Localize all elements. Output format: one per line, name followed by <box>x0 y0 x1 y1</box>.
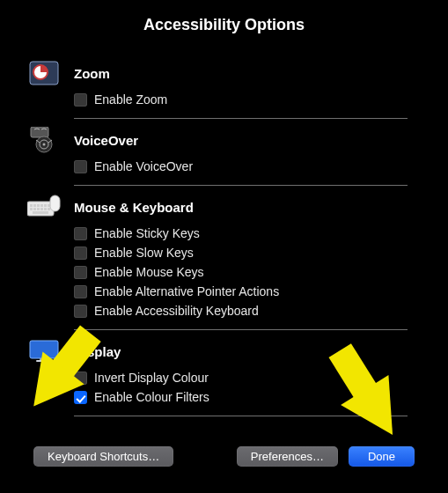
display-icon <box>26 337 62 365</box>
label-accessibility-keyboard: Enable Accessibility Keyboard <box>94 304 259 318</box>
svg-rect-21 <box>50 195 60 211</box>
section-display: Display Invert Display Colour Enable Col… <box>14 337 434 416</box>
label-slow-keys: Enable Slow Keys <box>94 246 194 260</box>
label-colour-filters: Enable Colour Filters <box>94 390 209 404</box>
option-alt-pointer: Enable Alternative Pointer Actions <box>74 282 408 301</box>
keyboard-shortcuts-button[interactable]: Keyboard Shortcuts… <box>33 446 173 467</box>
svg-rect-16 <box>37 208 40 210</box>
voiceover-icon <box>26 126 62 154</box>
checkbox-invert-colour[interactable] <box>74 372 87 385</box>
svg-point-6 <box>43 143 46 146</box>
option-accessibility-keyboard: Enable Accessibility Keyboard <box>74 301 408 320</box>
checkbox-sticky-keys[interactable] <box>74 227 87 240</box>
svg-rect-15 <box>33 208 36 210</box>
svg-rect-11 <box>40 204 43 207</box>
mouse-keyboard-icon <box>26 193 62 221</box>
svg-rect-23 <box>40 358 48 360</box>
label-mouse-keys: Enable Mouse Keys <box>94 265 204 279</box>
section-display-title: Display <box>74 344 121 359</box>
option-slow-keys: Enable Slow Keys <box>74 243 408 262</box>
checkbox-enable-zoom[interactable] <box>74 93 87 107</box>
svg-rect-8 <box>30 204 33 207</box>
option-invert-colour: Invert Display Colour <box>74 368 408 387</box>
svg-rect-12 <box>44 204 47 207</box>
checkbox-mouse-keys[interactable] <box>74 266 87 279</box>
option-colour-filters: Enable Colour Filters <box>74 387 408 407</box>
section-voiceover: VoiceOver Enable VoiceOver <box>14 126 434 186</box>
svg-rect-20 <box>33 211 48 214</box>
svg-rect-9 <box>33 204 36 207</box>
page-title: Accessibility Options <box>14 7 434 52</box>
svg-rect-17 <box>40 208 43 210</box>
svg-rect-24 <box>36 360 52 362</box>
checkbox-enable-voiceover[interactable] <box>74 160 87 173</box>
section-voiceover-title: VoiceOver <box>74 133 138 148</box>
preferences-button[interactable]: Preferences… <box>237 446 338 467</box>
option-mouse-keys: Enable Mouse Keys <box>74 262 408 282</box>
svg-rect-19 <box>48 208 50 210</box>
svg-rect-10 <box>37 204 40 207</box>
section-zoom: Zoom Enable Zoom <box>14 59 434 119</box>
svg-rect-22 <box>30 341 58 358</box>
label-invert-colour: Invert Display Colour <box>94 371 209 385</box>
checkbox-accessibility-keyboard[interactable] <box>74 305 87 318</box>
svg-rect-18 <box>44 208 47 210</box>
label-sticky-keys: Enable Sticky Keys <box>94 226 200 240</box>
accessibility-options-panel: Accessibility Options Zoom Enable Zoom <box>14 7 434 479</box>
checkbox-colour-filters[interactable] <box>74 391 87 404</box>
zoom-icon <box>26 59 62 87</box>
option-sticky-keys: Enable Sticky Keys <box>74 224 408 243</box>
label-enable-zoom: Enable Zoom <box>94 92 167 107</box>
checkbox-slow-keys[interactable] <box>74 246 87 260</box>
svg-rect-14 <box>30 208 33 210</box>
option-enable-zoom: Enable Zoom <box>74 90 408 109</box>
option-enable-voiceover: Enable VoiceOver <box>74 157 408 176</box>
section-zoom-title: Zoom <box>74 66 110 81</box>
section-mouse-keyboard-title: Mouse & Keyboard <box>74 200 194 215</box>
label-enable-voiceover: Enable VoiceOver <box>94 159 193 173</box>
section-mouse-keyboard: Mouse & Keyboard Enable Sticky Keys Enab… <box>14 193 434 330</box>
done-button[interactable]: Done <box>349 446 415 467</box>
label-alt-pointer: Enable Alternative Pointer Actions <box>94 284 279 298</box>
checkbox-alt-pointer[interactable] <box>74 285 87 298</box>
button-row: Keyboard Shortcuts… Preferences… Done <box>33 446 415 467</box>
svg-rect-3 <box>31 127 48 137</box>
